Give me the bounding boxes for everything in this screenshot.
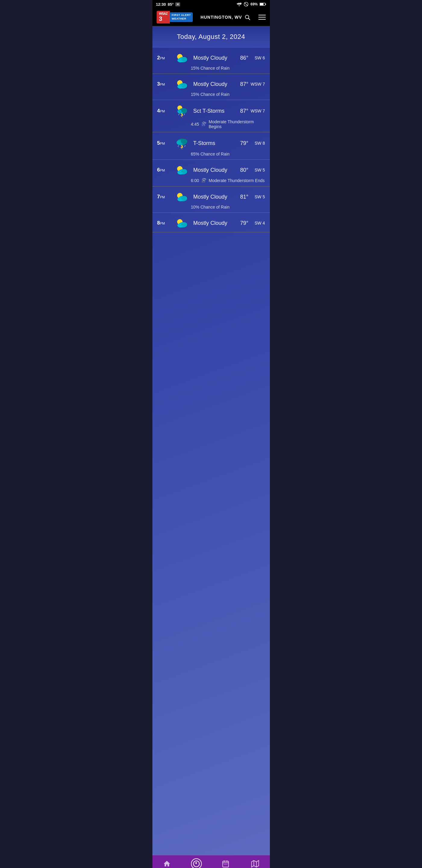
temperature: 81°: [233, 194, 249, 200]
hour-text: 2: [157, 55, 160, 61]
wifi-icon: [236, 2, 242, 6]
nav-map[interactable]: Map: [245, 860, 266, 868]
app-header: WSAZ 3 FIRST ALERTWEATHER HUNTINGTON, WV: [153, 8, 270, 26]
event-time: 4:45: [191, 122, 199, 127]
weather-icon: [173, 164, 191, 176]
status-left: 12:30 85° ✕: [156, 2, 181, 7]
hourly-content: 2PM Mostly Cloudy 86° SW 6 15% Chance of…: [153, 48, 270, 855]
weather-description: Sct T-Storms: [191, 108, 233, 114]
logo-brand: FIRST ALERTWEATHER: [170, 12, 193, 22]
weather-sub-text: 15% Chance of Rain: [157, 66, 265, 70]
svg-line-27: [178, 145, 178, 147]
weather-main-row: 7PM Mostly Cloudy 81° SW 5: [157, 191, 265, 203]
svg-rect-42: [223, 861, 229, 867]
temperature: 87°: [233, 108, 249, 114]
logo-station: WSAZ: [159, 12, 167, 16]
event-icon: ⛈: [201, 178, 206, 183]
weather-icon: [173, 104, 191, 118]
wind-speed: WSW 7: [249, 82, 265, 87]
time-label: 3PM: [157, 81, 173, 87]
time-label: 6PM: [157, 167, 173, 173]
weather-description: Mostly Cloudy: [191, 220, 233, 226]
time-label: 5PM: [157, 140, 173, 146]
svg-point-32: [181, 169, 187, 173]
svg-line-28: [185, 145, 185, 147]
weather-icon: [173, 52, 191, 64]
ampm-text: PM: [160, 168, 165, 172]
header-location: HUNTINGTON, WV: [201, 14, 250, 20]
event-icon: ⛈: [201, 121, 206, 127]
logo: WSAZ 3 FIRST ALERTWEATHER: [157, 11, 193, 24]
search-icon[interactable]: [244, 14, 250, 20]
svg-marker-20: [181, 113, 183, 118]
event-desc: Moderate Thunderstorm Ends: [209, 178, 265, 183]
status-bar: 12:30 85° ✕ 69%: [153, 0, 270, 8]
svg-point-15: [181, 83, 187, 87]
event-time: 6:00: [191, 178, 199, 183]
weather-main-row: 5PM T-Storms 79° SW 8: [157, 136, 265, 150]
nav-home[interactable]: Home: [156, 860, 177, 868]
hour-text: 8: [157, 220, 160, 226]
wind-speed: SW 6: [249, 56, 265, 60]
logo-channel: WSAZ 3: [157, 11, 170, 24]
weather-description: T-Storms: [191, 140, 233, 147]
location-text: HUNTINGTON, WV: [201, 15, 242, 20]
event-desc: Moderate Thunderstorm Begins: [209, 119, 265, 129]
status-time: 12:30: [156, 2, 166, 7]
nav-hourly[interactable]: Hourly: [186, 858, 207, 868]
wind-speed: SW 5: [249, 167, 265, 173]
hour-text: 6: [157, 167, 160, 173]
weather-main-row: 3PM Mostly Cloudy 87° WSW 7: [157, 78, 265, 90]
weather-main-row: 6PM Mostly Cloudy 80° SW 5: [157, 164, 265, 176]
svg-line-22: [184, 114, 185, 115]
wind-speed: SW 4: [249, 221, 265, 225]
hour-text: 4: [157, 108, 160, 114]
hour-text: 5: [157, 140, 160, 146]
weather-event: 4:45 ⛈ Moderate Thunderstorm Begins: [157, 119, 265, 129]
weather-icon: [173, 191, 191, 203]
weather-icon: [173, 136, 191, 150]
svg-point-40: [181, 222, 187, 226]
ampm-text: PM: [160, 83, 165, 86]
time-label: 8PM: [157, 220, 173, 226]
do-not-disturb-icon: [244, 2, 249, 7]
time-label: 2PM: [157, 55, 173, 61]
svg-line-21: [178, 114, 179, 115]
weather-main-row: 4PM Sct T-Storms 87° WSW 7: [157, 104, 265, 118]
rain-chance: 15% Chance of Rain: [191, 66, 230, 70]
time-label: 4PM: [157, 108, 173, 114]
date-text: Today, August 2, 2024: [177, 33, 245, 40]
wind-speed: SW 8: [249, 141, 265, 146]
weather-icon: [173, 217, 191, 229]
wind-speed: WSW 7: [249, 108, 265, 113]
ampm-text: PM: [160, 110, 165, 113]
weather-sub-text: 10% Chance of Rain: [157, 205, 265, 210]
ampm-text: PM: [160, 56, 165, 60]
wind-speed: SW 5: [249, 194, 265, 199]
weather-description: Mostly Cloudy: [191, 81, 233, 87]
battery-percent: 69%: [250, 2, 258, 6]
hourly-row: 2PM Mostly Cloudy 86° SW 6 15% Chance of…: [153, 48, 270, 74]
battery-icon: [260, 2, 266, 6]
weather-sub-text: 65% Chance of Rain: [157, 152, 265, 156]
svg-point-0: [240, 3, 241, 4]
ampm-text: PM: [160, 221, 165, 225]
hourly-row: 3PM Mostly Cloudy 87° WSW 7 15% Chance o…: [153, 74, 270, 100]
hourly-row: 4PM Sct T-Storms 87° WSW 7 4:45 ⛈ Modera…: [153, 100, 270, 132]
date-banner: Today, August 2, 2024: [153, 26, 270, 48]
weather-description: Mostly Cloudy: [191, 194, 233, 200]
svg-marker-26: [181, 145, 183, 150]
hourly-row: 5PM T-Storms 79° SW 8 65% Chance of Rain: [153, 132, 270, 160]
temperature: 80°: [233, 167, 249, 173]
weather-description: Mostly Cloudy: [191, 55, 233, 61]
hourly-row: 8PM Mostly Cloudy 79° SW 4: [153, 213, 270, 232]
rain-chance: 65% Chance of Rain: [191, 152, 230, 156]
temperature: 79°: [233, 140, 249, 147]
menu-button[interactable]: [258, 15, 266, 20]
weather-icon: [173, 78, 191, 90]
hourly-row: 6PM Mostly Cloudy 80° SW 5 6:00 ⛈ Modera…: [153, 160, 270, 187]
nav-daily[interactable]: Daily: [215, 860, 236, 868]
weather-description: Mostly Cloudy: [191, 167, 233, 173]
svg-point-19: [181, 108, 187, 113]
temperature: 79°: [233, 220, 249, 226]
